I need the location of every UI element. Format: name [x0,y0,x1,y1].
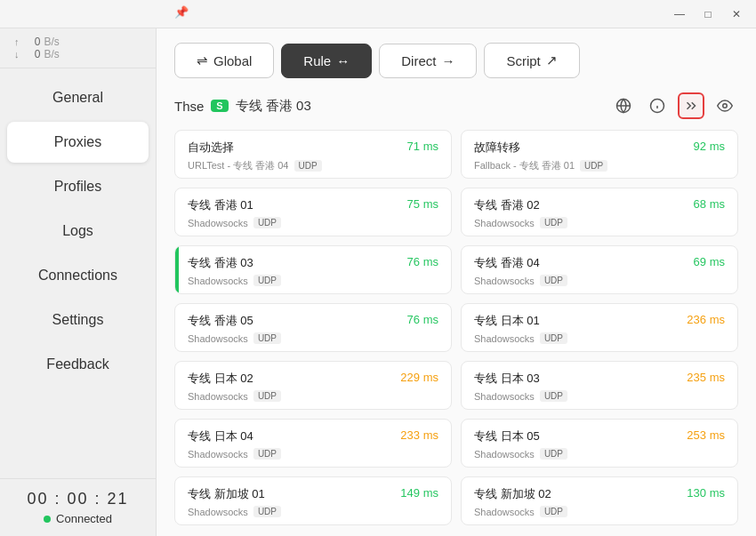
connected-row: Connected [44,512,112,525]
proxy-latency: 68 ms [694,197,725,211]
proxy-name: 专线 日本 05 [474,428,687,444]
proxy-tag: UDP [253,390,281,402]
nav-items: General Proxies Profiles Logs Connection… [0,68,156,478]
proxy-card-bottom: Fallback - 专线 香港 01UDP [474,159,725,172]
sidebar: ↑ 0 B/s ↓ 0 B/s General Proxies Profiles… [0,28,157,536]
proxy-actions [610,92,738,119]
proxy-card-top: 专线 香港 0469 ms [474,255,725,271]
proxy-title: Thse S 专线 香港 03 [174,98,311,115]
proxy-card-bottom: ShadowsocksUDP [188,332,438,344]
connected-dot [44,516,51,523]
proxy-card[interactable]: 专线 日本 01236 msShadowsocksUDP [461,303,738,352]
sidebar-item-logs[interactable]: Logs [7,211,149,252]
upload-value: 0 [23,36,41,48]
proxy-card-top: 专线 新加坡 02130 ms [474,486,725,502]
direct-label: Direct [401,53,436,68]
speed-test-icon[interactable] [678,92,704,119]
proxy-latency: 149 ms [400,486,438,500]
pin-icon[interactable]: 📌 [174,5,189,19]
proxy-latency: 76 ms [407,255,438,268]
close-button[interactable]: ✕ [724,2,749,27]
sidebar-item-settings[interactable]: Settings [7,300,149,340]
proxy-card[interactable]: 专线 日本 04233 msShadowsocksUDP [174,419,452,468]
mode-script[interactable]: Script ↗ [484,43,579,78]
proxy-card[interactable]: 专线 香港 0268 msShadowsocksUDP [461,188,738,236]
connected-label: Connected [56,512,112,525]
proxy-card-top: 专线 香港 0175 ms [188,197,438,213]
proxy-card-top: 专线 新加坡 01149 ms [188,486,438,502]
proxy-grid: 自动选择71 msURLTest - 专线 香港 04UDP故障转移92 msF… [157,126,756,536]
proxy-tag: UDP [294,160,322,172]
proxy-name: 专线 日本 02 [188,371,400,387]
proxy-tag: UDP [253,506,281,517]
proxy-card[interactable]: 专线 香港 0469 msShadowsocksUDP [461,245,738,294]
proxy-tag: UDP [253,217,281,228]
proxy-type: Shadowsocks [474,507,535,517]
proxy-name: 专线 新加坡 01 [188,486,400,502]
info-icon[interactable] [644,92,671,119]
eye-icon[interactable] [712,92,738,119]
proxy-card[interactable]: 专线 日本 03235 msShadowsocksUDP [461,361,738,410]
proxy-name: 故障转移 [474,140,694,156]
proxy-name: 专线 日本 03 [474,371,687,387]
proxy-card-bottom: ShadowsocksUDP [188,275,438,286]
mode-global[interactable]: ⇌ Global [174,43,274,78]
svg-point-5 [723,104,728,108]
proxy-type: Shadowsocks [474,391,535,402]
proxy-card-top: 专线 日本 02229 ms [188,371,438,387]
proxy-card-bottom: ShadowsocksUDP [474,275,725,286]
proxy-card-bottom: ShadowsocksUDP [474,506,725,517]
proxy-tag: UDP [540,448,567,460]
proxy-card[interactable]: 故障转移92 msFallback - 专线 香港 01UDP [461,130,738,179]
proxy-type: URLTest - 专线 香港 04 [188,159,289,172]
proxy-card-top: 专线 日本 05253 ms [474,428,725,444]
sidebar-item-feedback[interactable]: Feedback [7,344,149,385]
download-row: ↓ 0 B/s [14,48,141,60]
proxy-badge: S [211,100,228,112]
sidebar-item-proxies[interactable]: Proxies [7,122,149,163]
proxy-name: 专线 香港 04 [474,255,694,271]
proxy-card-top: 专线 日本 01236 ms [474,313,725,329]
app-body: ↑ 0 B/s ↓ 0 B/s General Proxies Profiles… [0,28,756,536]
proxy-name: 专线 香港 02 [474,197,694,213]
proxy-card-bottom: URLTest - 专线 香港 04UDP [188,159,438,172]
download-arrow: ↓ [14,49,20,60]
proxy-type: Shadowsocks [188,507,248,517]
proxy-card[interactable]: 专线 日本 02229 msShadowsocksUDP [174,361,452,410]
proxy-tag: UDP [540,332,567,344]
proxy-tag: UDP [253,275,281,286]
proxy-card[interactable]: 专线 日本 05253 msShadowsocksUDP [461,419,738,468]
proxy-tag: UDP [540,275,567,286]
proxy-type: Shadowsocks [474,218,535,228]
title-bar: 📌 — □ ✕ [0,0,756,28]
maximize-button[interactable]: □ [696,2,720,27]
sidebar-item-profiles[interactable]: Profiles [7,166,149,207]
proxy-type: Fallback - 专线 香港 01 [474,159,575,172]
proxy-type: Shadowsocks [188,333,248,344]
sidebar-item-general[interactable]: General [7,77,149,118]
proxy-card[interactable]: 专线 新加坡 02130 msShadowsocksUDP [461,476,738,525]
globe-icon[interactable] [610,92,637,119]
sidebar-item-connections[interactable]: Connections [7,255,149,296]
proxy-card-top: 自动选择71 ms [188,140,438,156]
mode-bar: ⇌ Global Rule ↔ Direct → Script ↗ [157,28,756,85]
mode-direct[interactable]: Direct → [379,44,477,78]
proxy-card[interactable]: 自动选择71 msURLTest - 专线 香港 04UDP [174,130,452,179]
proxy-latency: 76 ms [407,313,438,326]
minimize-button[interactable]: — [667,2,692,27]
proxy-latency: 233 ms [400,428,438,442]
proxy-card-bottom: ShadowsocksUDP [188,448,438,460]
proxy-card[interactable]: 专线 香港 0376 msShadowsocksUDP [174,245,452,294]
upload-row: ↑ 0 B/s [14,36,141,48]
proxy-latency: 69 ms [694,255,725,268]
proxy-card[interactable]: 专线 香港 0175 msShadowsocksUDP [174,188,452,236]
proxy-latency: 235 ms [687,371,725,384]
download-value: 0 [23,48,41,60]
proxy-card[interactable]: 专线 新加坡 01149 msShadowsocksUDP [174,476,452,525]
upload-arrow: ↑ [14,36,20,47]
proxy-type: Shadowsocks [474,449,535,460]
proxy-latency: 130 ms [687,486,725,500]
proxy-card[interactable]: 专线 香港 0576 msShadowsocksUDP [174,303,452,352]
proxy-card-bottom: ShadowsocksUDP [188,506,438,517]
mode-rule[interactable]: Rule ↔ [281,44,372,78]
